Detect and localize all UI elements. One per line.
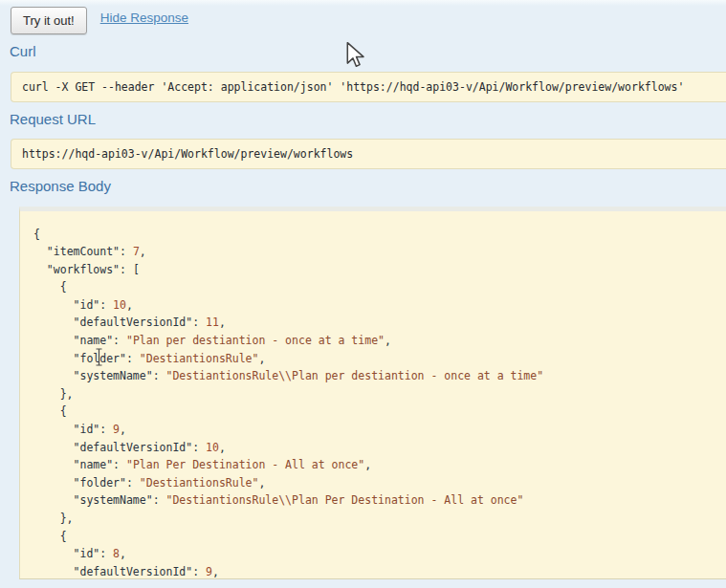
curl-heading: Curl bbox=[10, 44, 726, 60]
request-url-box: https://hqd-api03-v/Api/Workflow/preview… bbox=[11, 139, 726, 169]
api-operation-response-panel: Try it out! Hide Response Curl curl -X G… bbox=[0, 0, 726, 588]
hide-response-link[interactable]: Hide Response bbox=[100, 11, 188, 25]
try-it-out-button[interactable]: Try it out! bbox=[11, 7, 87, 34]
request-url-heading: Request URL bbox=[10, 112, 726, 128]
response-toolbar: Try it out! Hide Response bbox=[11, 0, 726, 34]
response-body-json[interactable]: { "itemCount": 7, "workflows": [ { "id":… bbox=[19, 207, 726, 579]
response-body-heading: Response Body bbox=[10, 179, 726, 195]
curl-command-box: curl -X GET --header 'Accept: applicatio… bbox=[11, 72, 726, 102]
